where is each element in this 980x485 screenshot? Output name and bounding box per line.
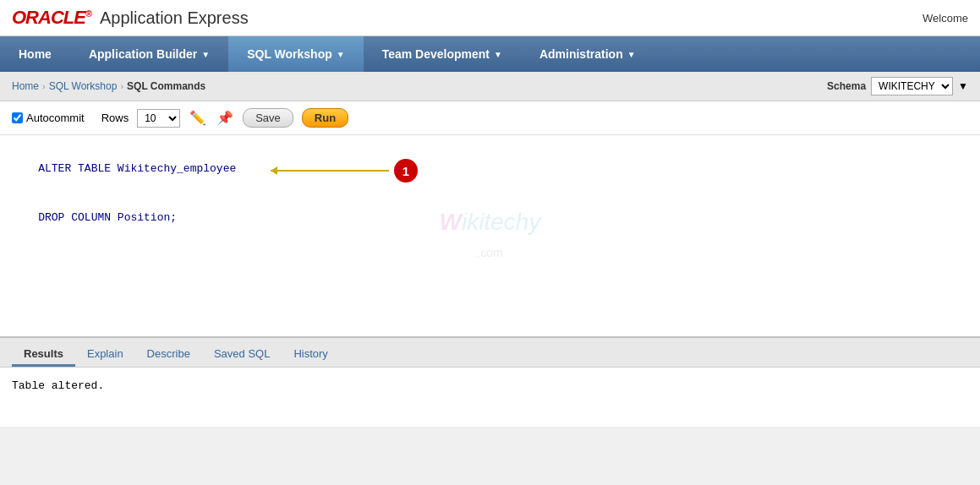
breadcrumb-sql-workshop[interactable]: SQL Workshop [49,80,118,92]
save-button[interactable]: Save [243,108,293,128]
autocommit-checkbox[interactable] [12,112,23,123]
breadcrumb-home[interactable]: Home [12,80,39,92]
nav-admin[interactable]: Administration ▼ [521,36,654,72]
breadcrumb-sep-2: › [120,81,123,91]
breadcrumb: Home › SQL Workshop › SQL Commands [12,80,205,92]
sql-code[interactable]: ALTER TABLE Wikitechy_employee DROP COLU… [12,144,968,243]
annotation-number: 1 [394,159,418,183]
results-content: Table altered. [0,368,980,427]
welcome-text: Welcome [923,12,968,25]
rows-select[interactable]: 10 25 50 100 200 [137,109,180,128]
run-button[interactable]: Run [302,108,348,128]
schema-select[interactable]: WIKITECHY [871,77,953,95]
top-header: ORACLE® Application Express Welcome [0,0,980,36]
schema-arrow-icon: ▼ [958,80,968,92]
toolbar: Autocommit Rows 10 25 50 100 200 ✏️ 📌 Sa… [0,101,980,135]
tab-explain[interactable]: Explain [75,343,135,367]
pencil-icon[interactable]: ✏️ [189,109,207,128]
autocommit-label: Autocommit [26,112,85,124]
nav-app-builder-arrow: ▼ [201,50,210,59]
result-output: Table altered. [12,379,968,392]
tab-history[interactable]: History [282,343,339,367]
oracle-brand: ORACLE® [12,7,91,29]
clear-icon[interactable]: 📌 [216,109,234,128]
tab-describe[interactable]: Describe [135,343,202,367]
schema-selector: Schema WIKITECHY ▼ [827,77,968,95]
nav-team-dev-arrow: ▼ [494,50,502,59]
nav-sql-workshop[interactable]: SQL Workshop ▼ [228,36,364,72]
arrow-line [271,170,389,172]
sql-line-1: ALTER TABLE Wikitechy_employee [38,162,236,175]
tab-saved-sql[interactable]: Saved SQL [202,343,282,367]
nav-app-builder[interactable]: Application Builder ▼ [70,36,228,72]
nav-home[interactable]: Home [0,36,70,72]
nav-bar: Home Application Builder ▼ SQL Workshop … [0,36,980,72]
arrow-annotation: 1 [271,159,418,183]
breadcrumb-sep-1: › [42,81,46,91]
breadcrumb-bar: Home › SQL Workshop › SQL Commands Schem… [0,72,980,101]
nav-admin-arrow: ▼ [627,50,636,59]
oracle-logo: ORACLE® Application Express [12,7,249,29]
breadcrumb-current: SQL Commands [127,80,205,92]
nav-team-dev[interactable]: Team Development ▼ [364,36,521,72]
results-tabs-bar: Results Explain Describe Saved SQL Histo… [0,338,980,368]
rows-label: Rows [101,112,129,124]
sql-editor[interactable]: ALTER TABLE Wikitechy_employee DROP COLU… [0,135,980,338]
nav-sql-workshop-arrow: ▼ [337,50,345,59]
schema-label: Schema [827,80,866,92]
app-express-title: Application Express [100,8,249,28]
sql-line-2: DROP COLUMN Position; [38,211,177,224]
autocommit-checkbox-group: Autocommit [12,112,85,124]
tab-results[interactable]: Results [12,343,75,367]
